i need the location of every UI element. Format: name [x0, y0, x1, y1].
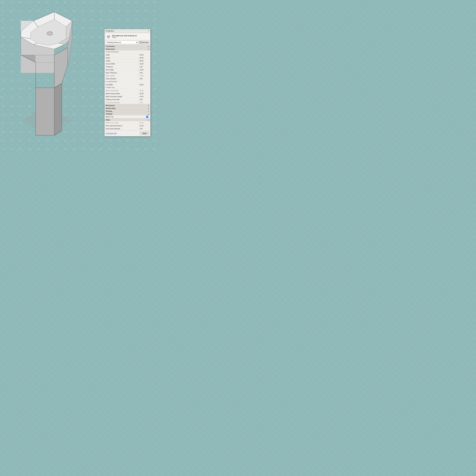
watermark-cell: RD	[1, 131, 4, 133]
prop-value-sink-height[interactable]: 15.00	[138, 68, 150, 71]
watermark-cell: RD	[153, 53, 156, 55]
svg-marker-5	[21, 55, 54, 73]
prop-row-sink-height: Sink Height 15.00	[104, 68, 150, 71]
prop-label-connector-diameter: Connector Diameter	[104, 101, 138, 104]
watermark-cell: RD	[135, 139, 138, 142]
prop-value-wall-connection-height[interactable]: 15.00	[138, 95, 150, 98]
watermark-cell: RD	[1, 53, 4, 55]
phasing-toggle: ▼	[148, 110, 149, 112]
watermark-cell: RD	[37, 1, 40, 3]
watermark-cell: RD	[1, 10, 4, 12]
watermark-cell: RD	[126, 148, 129, 150]
panel-title: Properties	[106, 30, 114, 32]
watermark-cell: RD	[1, 88, 4, 90]
main-dimensions-expand[interactable]: ▶ Main Dimensions	[104, 51, 120, 53]
section-dimensions[interactable]: Dimensions ▲	[104, 48, 150, 51]
prop-label-width: Width	[104, 54, 138, 56]
bottle-trap-row[interactable]: ▶ Bottle Trap	[104, 86, 150, 89]
prop-label-bottom-body-height: Bottom Body Height	[104, 92, 138, 95]
watermark-cell: RD	[100, 114, 102, 116]
bottle-trap-checkbox[interactable]	[146, 116, 148, 118]
sink-svg	[4, 7, 94, 141]
watermark-cell: RD	[55, 148, 58, 150]
watermark-cell: RD	[135, 19, 138, 21]
prop-value-corner-width[interactable]: 10.00	[138, 63, 150, 65]
watermark-cell: RD	[100, 19, 102, 21]
watermark-cell: RD	[153, 114, 156, 116]
prop-label-thickness: Thickness	[104, 66, 138, 68]
edit-type-button[interactable]: Edit Type	[139, 41, 150, 44]
svg-point-19	[48, 32, 52, 35]
prop-label-base-thickness: Base Thickness	[104, 71, 138, 74]
watermark-cell: RD	[153, 96, 156, 99]
leg-dimension-row[interactable]: ▶ Leg Dimension	[104, 80, 150, 83]
leg-dimension-expand[interactable]: ▶ Leg Dimension	[104, 81, 119, 83]
prop-label-leg-width: Leg Width	[104, 84, 138, 86]
watermark-cell: RD	[118, 139, 120, 142]
properties-help-link[interactable]: Properties help	[106, 132, 117, 134]
prop-row-distance-from-wall: Distance From Wall 0.00	[104, 98, 150, 101]
item-name: RD_Bathroom Sink Pedestal 10	[112, 35, 137, 37]
identity-data-toggle: ▼	[148, 108, 149, 109]
svg-marker-3	[54, 83, 62, 135]
prop-value-depth[interactable]: 40.00	[138, 57, 150, 59]
prop-value-inner-drain-diameter[interactable]: 4.40	[138, 127, 150, 130]
prop-row-leg-width: Leg Width 20.00	[104, 83, 150, 86]
watermark-cell: RD	[153, 27, 156, 30]
prop-value-drain-opening-distance[interactable]: 22.50	[138, 124, 150, 127]
prop-value-bottom-body-height[interactable]: 15.00	[138, 92, 150, 95]
watermark-cell: RD	[118, 10, 120, 12]
watermark-cell: RD	[153, 62, 156, 64]
watermark-cell: RD	[100, 148, 102, 150]
prop-value-width[interactable]: 55.00	[138, 54, 150, 56]
watermark-cell: RD	[126, 19, 129, 21]
prop-value-drain-diameter[interactable]: 5.00	[138, 78, 150, 80]
main-dimensions-row[interactable]: ▶ Main Dimensions	[104, 51, 150, 53]
section-identity-data[interactable]: Identity Data ▼	[104, 107, 150, 110]
prop-value-leg-width[interactable]: 20.00	[138, 84, 150, 86]
watermark-cell: RD	[109, 139, 111, 142]
watermark-cell: RD	[10, 1, 13, 3]
prop-value-height[interactable]: 90.00	[138, 60, 150, 62]
prop-value-distance-from-wall[interactable]: 0.00	[138, 98, 150, 101]
watermark-cell: RD	[1, 36, 4, 38]
prop-label-inner-drain-diameter: Inner Drain Diameter	[104, 127, 138, 130]
prop-value-thickness[interactable]: 1.00	[138, 66, 150, 68]
prop-row-height: Height 90.00	[104, 59, 150, 62]
panel-dropdown-row: Plumbing Fixtures (1) Edit Type	[104, 40, 150, 45]
watermark-cell: RD	[118, 1, 120, 3]
close-button[interactable]: ×	[148, 30, 149, 32]
prop-label-depth: Depth	[104, 57, 138, 59]
section-mechanical[interactable]: Mechanical ▼	[104, 104, 150, 107]
vis-label-bottle-trap: Bottle Trap	[106, 116, 146, 118]
prop-value-bottle-trap-height: 25.50	[138, 89, 150, 92]
section-constraints[interactable]: Constraints ▲	[104, 45, 150, 48]
watermark-cell: RD	[126, 139, 129, 142]
watermark-cell: RD	[153, 79, 156, 81]
watermark-cell: RD	[55, 1, 58, 3]
category-dropdown[interactable]: Plumbing Fixtures (1)	[105, 41, 138, 44]
section-phasing[interactable]: Phasing ▼	[104, 110, 150, 112]
bottle-trap-expand[interactable]: ▶ Bottle Trap	[104, 86, 116, 89]
watermark-cell: RD	[153, 45, 156, 47]
panel-header: Properties ×	[104, 29, 150, 33]
item-info: RD_Bathroom Sink Pedestal 10 White	[112, 35, 137, 38]
prop-label-basin-height: Basin Height	[104, 74, 138, 77]
prop-value-base-thickness[interactable]: 3.00	[138, 71, 150, 74]
section-visibility[interactable]: Visibility ▲	[104, 112, 150, 115]
watermark-cell: RD	[1, 62, 4, 64]
watermark-cell: RD	[1, 139, 4, 142]
apply-button[interactable]: Apply	[140, 132, 149, 135]
prop-value-bottle-trap-length: 22.50	[138, 121, 150, 124]
section-other[interactable]: Other ▲	[104, 119, 150, 121]
watermark-cell: RD	[153, 70, 156, 73]
watermark-cell: RD	[100, 105, 102, 107]
prop-label-distance-from-wall: Distance From Wall	[104, 98, 138, 101]
watermark-cell: RD	[153, 105, 156, 107]
watermark-cell: RD	[100, 53, 102, 55]
watermark-cell: RD	[28, 148, 31, 150]
properties-panel: Properties × RD_Bathroom Sink Pedestal 1…	[104, 29, 151, 136]
watermark-cell: RD	[144, 19, 147, 21]
watermark-cell: RD	[64, 1, 67, 3]
watermark-cell: RD	[73, 148, 76, 150]
